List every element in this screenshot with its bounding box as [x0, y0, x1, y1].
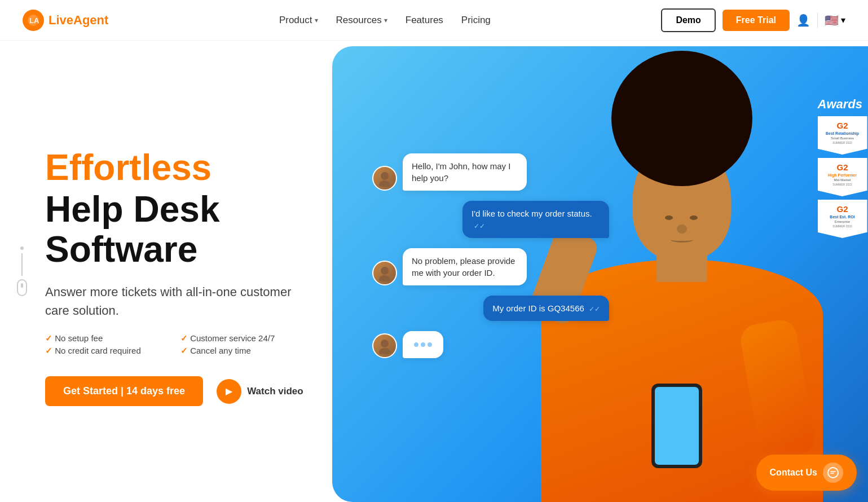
typing-dot-2 [421, 342, 425, 347]
flag-icon: 🇺🇸 [825, 14, 839, 27]
g2-logo-2: G2 [837, 162, 848, 172]
person-eye-left [665, 215, 673, 220]
award-badge-3: G2 Best Est. ROI Enterprise SUMMER 2022 [818, 200, 867, 238]
scroll-dot [21, 283, 23, 288]
award-type-1: Small Business [831, 136, 854, 140]
tick-icon-2: ✓✓ [589, 305, 600, 313]
bubble-received-2: No problem, please provide me with your … [403, 248, 527, 285]
watch-video-button[interactable]: ▶ Watch video [217, 379, 303, 404]
dot-line [21, 253, 23, 276]
svg-point-5 [379, 275, 390, 281]
svg-point-2 [381, 172, 389, 180]
award-name-2: High Performer [828, 173, 857, 177]
logo-icon: LA [23, 10, 44, 31]
person-hair [611, 51, 752, 186]
svg-point-6 [381, 340, 389, 347]
svg-text:LA: LA [29, 16, 39, 25]
play-icon: ▶ [217, 379, 241, 404]
scroll-indicator [17, 246, 27, 296]
cta-row: Get Started | 14 days free ▶ Watch video [45, 376, 305, 406]
nav-features[interactable]: Features [406, 15, 443, 26]
get-started-button[interactable]: Get Started | 14 days free [45, 376, 203, 406]
typing-dots [412, 338, 434, 351]
chevron-down-icon: ▾ [384, 16, 387, 24]
feature-no-credit-card: No credit card required [45, 346, 169, 356]
chat-avatar-1 [372, 166, 397, 191]
svg-point-8 [828, 468, 838, 478]
awards-title: Awards [818, 97, 868, 112]
typing-indicator [403, 331, 443, 358]
award-season-1: SUMMER 2022 [832, 141, 852, 144]
logo[interactable]: LA LiveAgent [23, 10, 108, 31]
logo-text: LiveAgent [49, 13, 108, 28]
award-season-3: SUMMER 2022 [832, 224, 852, 228]
user-icon[interactable]: 👤 [796, 14, 810, 27]
chat-message-2: I'd like to check my order status. ✓✓ [372, 201, 609, 238]
demo-button[interactable]: Demo [661, 8, 715, 32]
nav-pricing[interactable]: Pricing [461, 15, 491, 26]
hero-right-section: Hello, I'm John, how may I help you? I'd… [327, 41, 868, 502]
person-nose [677, 224, 687, 234]
person-mouth [671, 237, 693, 243]
chevron-down-icon: ▾ [841, 15, 845, 25]
g2-logo-3: G2 [837, 204, 848, 214]
navbar: LA LiveAgent Product ▾ Resources ▾ Featu… [0, 0, 868, 41]
scroll-wheel [17, 279, 27, 296]
nav-links: Product ▾ Resources ▾ Features Pricing [279, 15, 491, 26]
typing-dot-3 [428, 342, 432, 347]
nav-actions: Demo Free Trial 👤 🇺🇸 ▾ [661, 8, 845, 32]
award-name-1: Best Relationship [826, 131, 859, 135]
bubble-sent-1: I'd like to check my order status. ✓✓ [462, 201, 609, 238]
svg-point-4 [381, 267, 389, 275]
typing-dot-1 [414, 342, 418, 347]
bubble-received-1: Hello, I'm John, how may I help you? [403, 153, 527, 191]
nav-product[interactable]: Product ▾ [279, 15, 318, 26]
language-selector[interactable]: 🇺🇸 ▾ [825, 14, 845, 27]
g2-logo-1: G2 [837, 121, 848, 130]
award-season-2: SUMMER 2022 [832, 183, 852, 186]
hero-left-content: Effortless Help Desk Software Answer mor… [0, 41, 327, 502]
tick-icon: ✓✓ [474, 222, 485, 230]
feature-no-setup: No setup fee [45, 333, 169, 344]
chat-area: Hello, I'm John, how may I help you? I'd… [372, 153, 609, 358]
award-type-3: Enterprise [835, 220, 850, 223]
watch-video-label: Watch video [247, 386, 303, 397]
phone-screen [655, 387, 699, 465]
hero-title-helpdesk: Help Desk Software [45, 190, 305, 269]
feature-customer-service: Customer service 24/7 [180, 333, 305, 344]
award-type-2: Mid-Market [834, 178, 851, 182]
contact-us-button[interactable]: Contact Us [756, 455, 857, 491]
chat-avatar-2 [372, 261, 397, 285]
chat-message-4: My order ID is GQ34566 ✓✓ [372, 296, 609, 321]
awards-section: Awards G2 Best Relationship Small Busine… [818, 97, 868, 241]
hero-subtitle: Answer more tickets with all-in-one cust… [45, 283, 305, 320]
svg-point-7 [379, 348, 390, 354]
free-trial-button[interactable]: Free Trial [722, 10, 790, 31]
person-phone [651, 384, 702, 468]
nav-resources[interactable]: Resources ▾ [336, 15, 387, 26]
award-badge-2: G2 High Performer Mid-Market SUMMER 2022 [818, 158, 867, 196]
nav-divider [817, 12, 818, 28]
chat-message-1: Hello, I'm John, how may I help you? [372, 153, 609, 191]
award-badge-1: G2 Best Relationship Small Business SUMM… [818, 116, 867, 155]
main-section: Effortless Help Desk Software Answer mor… [0, 41, 868, 502]
chat-message-3: No problem, please provide me with your … [372, 248, 609, 285]
feature-cancel-anytime: Cancel any time [180, 346, 305, 356]
dot-indicator [20, 246, 24, 250]
chat-typing [372, 331, 609, 358]
person-eye-right [690, 215, 698, 220]
chat-icon [823, 463, 843, 483]
chat-avatar-3 [372, 333, 397, 358]
chevron-down-icon: ▾ [315, 16, 318, 24]
contact-us-label: Contact Us [770, 468, 817, 478]
bubble-sent-2: My order ID is GQ34566 ✓✓ [483, 296, 609, 321]
hero-features-list: No setup fee Customer service 24/7 No cr… [45, 333, 305, 356]
hero-title-effortless: Effortless [45, 148, 305, 187]
svg-point-3 [379, 180, 390, 187]
award-name-3: Best Est. ROI [830, 215, 854, 219]
